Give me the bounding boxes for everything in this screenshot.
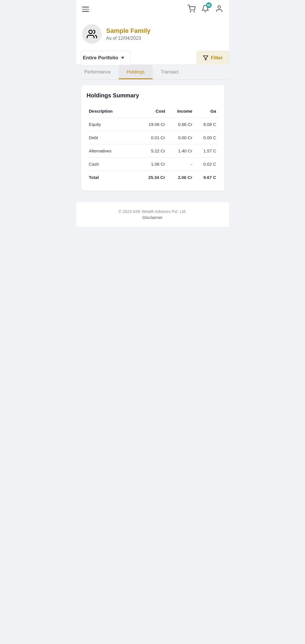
table-row: Total 25.34 Cr 2.06 Cr 9.67 C — [87, 171, 219, 184]
cell-gain: 0.02 C — [195, 158, 219, 171]
col-cost: Cost — [138, 105, 167, 118]
footer: © 2023 ASK Wealth Advisors Pvt. Ltd. Dis… — [76, 202, 229, 227]
footer-disclaimer[interactable]: Disclaimer — [81, 215, 224, 220]
cell-cost: 25.34 Cr — [138, 171, 167, 184]
holdings-table: Description Cost Income Ga Equity 19.06 … — [87, 105, 219, 184]
svg-point-3 — [89, 30, 92, 34]
tab-holdings[interactable]: Holdings — [119, 65, 153, 79]
cell-income: - — [167, 158, 194, 171]
avatar — [82, 24, 102, 44]
cell-description: Equity — [87, 118, 138, 131]
cell-description: Debt — [87, 131, 138, 144]
cart-button[interactable] — [187, 5, 196, 14]
profile-name: Sample Family — [106, 27, 151, 35]
profile-section: Sample Family As of 12/04/2023 — [76, 18, 229, 51]
filter-button[interactable]: Filter — [197, 51, 229, 65]
cell-cost: 19.06 Cr — [138, 118, 167, 131]
top-nav: 96 — [76, 0, 229, 18]
svg-point-2 — [218, 6, 220, 8]
profile-info: Sample Family As of 12/04/2023 — [106, 27, 151, 41]
cell-description: Cash — [87, 158, 138, 171]
svg-point-0 — [190, 11, 191, 12]
holdings-summary-title: Holdings Summary — [87, 92, 219, 99]
table-row: Debt 0.01 Cr 0.00 Cr 0.00 C — [87, 131, 219, 144]
cell-gain: 8.08 C — [195, 118, 219, 131]
cell-description: Alternatives — [87, 144, 138, 158]
portfolio-selector[interactable]: Entire Portfolio — [81, 51, 131, 65]
svg-marker-4 — [203, 56, 208, 60]
cell-gain: 9.67 C — [195, 171, 219, 184]
footer-copyright: © 2023 ASK Wealth Advisors Pvt. Ltd. — [81, 209, 224, 214]
cell-income: 1.40 Cr — [167, 144, 194, 158]
cell-cost: 5.22 Cr — [138, 144, 167, 158]
table-header-row: Description Cost Income Ga — [87, 105, 219, 118]
main-content: Holdings Summary Description Cost Income… — [76, 80, 229, 197]
profile-button[interactable] — [215, 5, 223, 14]
col-gain: Ga — [195, 105, 219, 118]
nav-right: 96 — [187, 5, 223, 14]
tab-transactions[interactable]: Transact — [153, 65, 187, 79]
cell-income: 0.66 Cr — [167, 118, 194, 131]
filter-row: Entire Portfolio Filter — [76, 51, 229, 65]
col-description: Description — [87, 105, 138, 118]
filter-label: Filter — [211, 55, 223, 61]
tab-performance[interactable]: Performance — [76, 65, 119, 79]
table-row: Equity 19.06 Cr 0.66 Cr 8.08 C — [87, 118, 219, 131]
hamburger-menu[interactable] — [82, 7, 89, 12]
chevron-down-icon — [121, 57, 124, 59]
col-income: Income — [167, 105, 194, 118]
cell-income: 0.00 Cr — [167, 131, 194, 144]
notifications-button[interactable]: 96 — [201, 5, 209, 14]
table-row: Cash 1.06 Cr - 0.02 C — [87, 158, 219, 171]
svg-point-1 — [194, 11, 194, 12]
cell-gain: 0.00 C — [195, 131, 219, 144]
tabs-row: Performance Holdings Transact — [76, 65, 229, 80]
cell-cost: 0.01 Cr — [138, 131, 167, 144]
cell-income: 2.06 Cr — [167, 171, 194, 184]
holdings-card: Holdings Summary Description Cost Income… — [81, 85, 224, 191]
portfolio-label: Entire Portfolio — [83, 55, 118, 61]
profile-date: As of 12/04/2023 — [106, 36, 151, 41]
table-row: Alternatives 5.22 Cr 1.40 Cr 1.57 C — [87, 144, 219, 158]
users-icon — [87, 29, 97, 39]
cell-description: Total — [87, 171, 138, 184]
notification-badge: 96 — [206, 2, 212, 8]
filter-icon — [203, 55, 209, 61]
cell-cost: 1.06 Cr — [138, 158, 167, 171]
cell-gain: 1.57 C — [195, 144, 219, 158]
